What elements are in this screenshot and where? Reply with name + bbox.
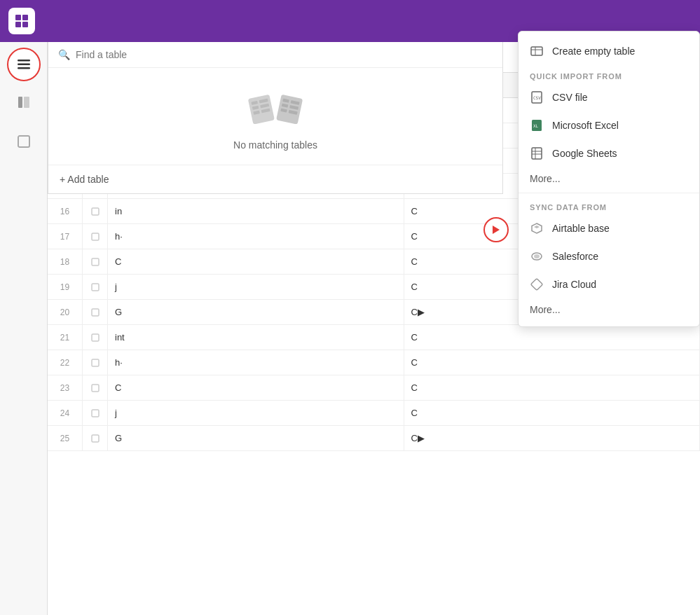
no-tables-area: No matching tables	[48, 68, 502, 165]
airtable-label: Airtable base	[552, 223, 610, 234]
svg-rect-41	[92, 385, 99, 392]
add-table-button[interactable]: + Add table	[48, 165, 502, 193]
cell-col2: C	[404, 350, 701, 375]
svg-rect-17	[276, 95, 303, 125]
jira-sync-item[interactable]: Jira Cloud	[519, 270, 699, 298]
svg-rect-6	[18, 67, 30, 69]
cell-col1: G	[108, 426, 404, 450]
cell-col2: C	[404, 375, 701, 400]
left-sidebar	[0, 42, 48, 615]
row-number: 16	[48, 199, 83, 223]
table-row: 25 G C▶	[48, 426, 700, 451]
svg-rect-4	[18, 60, 30, 62]
sync-more[interactable]: More...	[519, 298, 699, 321]
cell-col1: int	[108, 325, 404, 350]
svg-rect-3	[22, 22, 28, 27]
cell-col1: G	[108, 300, 404, 324]
row-checkbox[interactable]	[83, 199, 108, 223]
cell-col1: C	[108, 249, 404, 274]
jira-label: Jira Cloud	[552, 279, 596, 290]
svg-rect-42	[92, 410, 99, 417]
svg-point-58	[534, 254, 540, 258]
sidebar-panel-toggle[interactable]	[8, 87, 39, 118]
salesforce-icon	[530, 249, 544, 263]
quick-import-label: QUICK IMPORT FROM	[519, 65, 699, 83]
row-checkbox[interactable]	[83, 375, 108, 400]
svg-rect-9	[18, 136, 29, 147]
row-number: 21	[48, 325, 83, 350]
row-number: 25	[48, 426, 83, 450]
svg-marker-56	[534, 226, 540, 228]
svg-rect-37	[92, 284, 99, 291]
svg-rect-39	[92, 334, 99, 341]
excel-import-item[interactable]: XL Microsoft Excel	[519, 111, 699, 139]
svg-rect-1	[22, 15, 28, 20]
no-tables-icon	[247, 89, 303, 131]
row-number: 24	[48, 401, 83, 425]
svg-rect-44	[531, 47, 542, 55]
svg-rect-10	[248, 95, 275, 125]
svg-rect-36	[92, 258, 99, 265]
excel-label: Microsoft Excel	[552, 120, 619, 131]
svg-rect-35	[92, 233, 99, 240]
airtable-sync-item[interactable]: Airtable base	[519, 214, 699, 242]
svg-rect-38	[92, 309, 99, 316]
row-number: 22	[48, 350, 83, 375]
table-row: 24 j C	[48, 401, 700, 426]
row-checkbox[interactable]	[83, 275, 108, 299]
salesforce-label: Salesforce	[552, 251, 598, 262]
svg-rect-40	[92, 359, 99, 366]
svg-rect-8	[24, 97, 29, 108]
table-row: 21 int C	[48, 325, 700, 350]
sheets-label: Google Sheets	[552, 148, 617, 159]
cell-col2: C	[404, 401, 701, 425]
search-bar: 🔍	[48, 42, 502, 68]
csv-icon: CSV	[530, 90, 544, 104]
csv-label: CSV file	[552, 92, 588, 103]
sync-data-label: SYNC DATA FROM	[519, 196, 699, 214]
cell-col2: C▶	[404, 426, 701, 450]
app-logo[interactable]	[8, 8, 35, 34]
row-number: 18	[48, 249, 83, 274]
play-button-circle[interactable]	[483, 217, 509, 242]
svg-rect-34	[92, 208, 99, 215]
row-number: 19	[48, 275, 83, 299]
search-input[interactable]	[76, 49, 493, 60]
create-table-icon	[530, 44, 544, 58]
create-empty-table-item[interactable]: Create empty table	[519, 37, 699, 65]
jira-icon	[530, 277, 544, 291]
row-number: 20	[48, 300, 83, 324]
sidebar-menu-button[interactable]	[7, 48, 41, 81]
sheets-import-item[interactable]: Google Sheets	[519, 139, 699, 167]
row-checkbox[interactable]	[83, 224, 108, 249]
svg-text:CSV: CSV	[533, 95, 541, 100]
svg-rect-2	[15, 22, 21, 27]
quick-import-more[interactable]: More...	[519, 167, 699, 190]
table-row: 22 h· C	[48, 350, 700, 375]
menu-divider-1	[519, 193, 699, 193]
cell-col1: C	[108, 375, 404, 400]
csv-import-item[interactable]: CSV CSV file	[519, 83, 699, 111]
row-checkbox[interactable]	[83, 325, 108, 350]
cell-col1: j	[108, 275, 404, 299]
svg-rect-59	[531, 279, 543, 291]
excel-icon: XL	[530, 118, 544, 132]
salesforce-sync-item[interactable]: Salesforce	[519, 242, 699, 270]
row-number: 17	[48, 224, 83, 249]
row-checkbox[interactable]	[83, 350, 108, 375]
dropdown-menu: Create empty table QUICK IMPORT FROM CSV…	[518, 31, 700, 327]
svg-rect-7	[18, 97, 22, 108]
row-checkbox[interactable]	[83, 249, 108, 274]
row-checkbox[interactable]	[83, 300, 108, 324]
svg-rect-5	[18, 64, 30, 66]
row-checkbox[interactable]	[83, 426, 108, 450]
svg-rect-51	[532, 148, 542, 159]
row-checkbox[interactable]	[83, 401, 108, 425]
svg-text:XL: XL	[533, 123, 539, 128]
table-row: 23 C C	[48, 375, 700, 401]
airtable-icon	[530, 221, 544, 235]
sidebar-checkbox-btn[interactable]	[8, 126, 39, 157]
search-icon: 🔍	[58, 49, 70, 60]
no-tables-message: No matching tables	[233, 139, 317, 151]
cell-col1: h·	[108, 224, 404, 249]
